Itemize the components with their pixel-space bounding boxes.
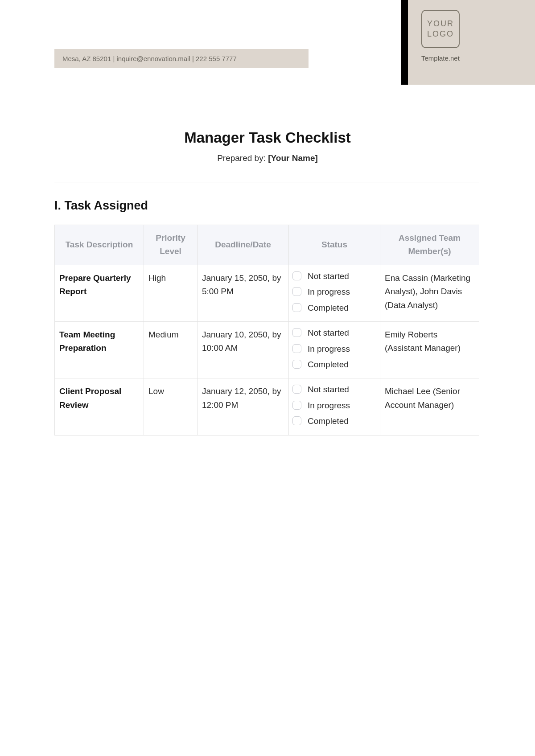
cell-status: Not started In progress Completed: [289, 378, 380, 435]
status-option: In progress: [292, 399, 376, 412]
prepared-by: Prepared by: [Your Name]: [0, 153, 535, 163]
status-option: Completed: [292, 301, 376, 314]
table-header-row: Task Description Priority Level Deadline…: [55, 225, 479, 265]
table-row: Prepare Quarterly Report High January 15…: [55, 265, 479, 321]
status-option: Not started: [292, 270, 376, 283]
cell-status: Not started In progress Completed: [289, 265, 380, 321]
cell-assigned: Emily Roberts (Assistant Manager): [380, 322, 479, 378]
status-option: Completed: [292, 358, 376, 371]
col-header-assigned: Assigned Team Member(s): [380, 225, 479, 265]
status-label: Not started: [308, 383, 349, 396]
status-option: In progress: [292, 342, 376, 355]
status-label: In progress: [308, 399, 350, 412]
cell-description: Client Proposal Review: [55, 378, 144, 435]
cell-assigned: Michael Lee (Senior Account Manager): [380, 378, 479, 435]
table-row: Client Proposal Review Low January 12, 2…: [55, 378, 479, 435]
status-label: In progress: [308, 342, 350, 355]
task-table: Task Description Priority Level Deadline…: [54, 225, 479, 436]
cell-priority: Low: [144, 378, 198, 435]
status-option: In progress: [292, 285, 376, 298]
prepared-label: Prepared by:: [217, 153, 268, 163]
cell-priority: High: [144, 265, 198, 321]
cell-deadline: January 15, 2050, by 5:00 PM: [198, 265, 289, 321]
cell-assigned: Ena Cassin (Marketing Analyst), John Dav…: [380, 265, 479, 321]
side-panel: YOUR LOGO Template.net: [408, 0, 535, 85]
logo-text-line1: YOUR: [427, 19, 454, 29]
checkbox-icon[interactable]: [292, 287, 301, 296]
cell-deadline: January 12, 2050, by 12:00 PM: [198, 378, 289, 435]
cell-description: Team Meeting Preparation: [55, 322, 144, 378]
status-label: Completed: [308, 301, 349, 314]
checkbox-icon[interactable]: [292, 416, 301, 425]
table-row: Team Meeting Preparation Medium January …: [55, 322, 479, 378]
side-accent-bar: [401, 0, 408, 85]
status-label: In progress: [308, 285, 350, 298]
status-label: Completed: [308, 415, 349, 427]
checkbox-icon[interactable]: [292, 271, 301, 280]
status-label: Not started: [308, 270, 349, 283]
checkbox-icon[interactable]: [292, 385, 301, 394]
col-header-status: Status: [289, 225, 380, 265]
checkbox-icon[interactable]: [292, 401, 301, 410]
col-header-description: Task Description: [55, 225, 144, 265]
cell-description: Prepare Quarterly Report: [55, 265, 144, 321]
col-header-priority: Priority Level: [144, 225, 198, 265]
logo-text-line2: LOGO: [427, 29, 454, 39]
cell-status: Not started In progress Completed: [289, 322, 380, 378]
contact-info-bar: Mesa, AZ 85201 | inquire@ennovation.mail…: [54, 49, 309, 68]
cell-deadline: January 10, 2050, by 10:00 AM: [198, 322, 289, 378]
checkbox-icon[interactable]: [292, 344, 301, 353]
status-label: Completed: [308, 358, 349, 371]
contact-info-text: Mesa, AZ 85201 | inquire@ennovation.mail…: [62, 55, 237, 62]
section-heading-task-assigned: I. Task Assigned: [54, 199, 148, 213]
logo-placeholder: YOUR LOGO: [421, 10, 460, 48]
divider-line: [54, 182, 479, 182]
logo-caption: Template.net: [421, 54, 460, 62]
col-header-deadline: Deadline/Date: [198, 225, 289, 265]
page-title: Manager Task Checklist: [0, 129, 535, 146]
checkbox-icon[interactable]: [292, 360, 301, 369]
status-option: Completed: [292, 415, 376, 427]
checkbox-icon[interactable]: [292, 303, 301, 312]
cell-priority: Medium: [144, 322, 198, 378]
status-option: Not started: [292, 383, 376, 396]
status-label: Not started: [308, 326, 349, 339]
checkbox-icon[interactable]: [292, 328, 301, 337]
prepared-value: [Your Name]: [268, 153, 318, 163]
status-option: Not started: [292, 326, 376, 339]
